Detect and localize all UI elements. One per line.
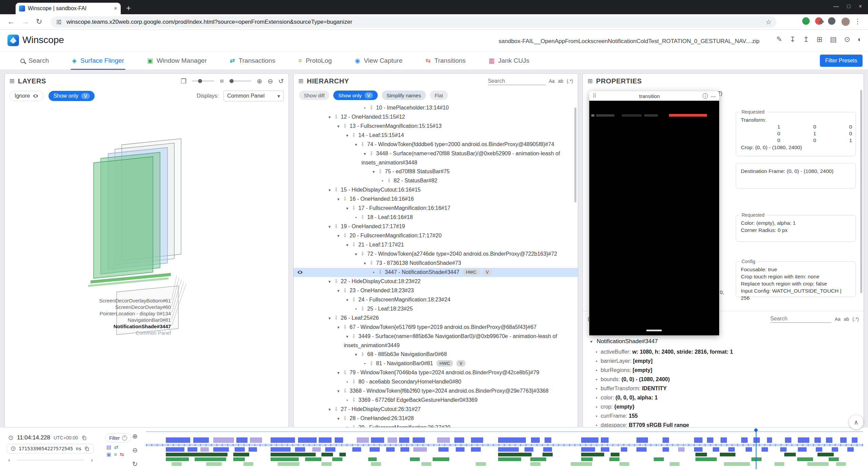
trace-segment[interactable] [321, 453, 333, 456]
pin-icon[interactable] [342, 288, 350, 293]
trace-segment[interactable] [847, 447, 854, 452]
trace-segment[interactable] [601, 437, 609, 443]
pin-icon[interactable] [377, 169, 385, 174]
match-word-icon[interactable]: ab [844, 316, 849, 322]
trace-segment[interactable] [581, 437, 598, 443]
trace-segment[interactable] [438, 447, 449, 452]
trace-segment[interactable] [233, 453, 249, 456]
hierarchy-node[interactable]: ▾22 - HideDisplayCutout:18:23#22 [294, 277, 578, 286]
trace-segment[interactable] [271, 453, 316, 456]
minimize-window-icon[interactable]: — [711, 93, 716, 99]
trace-segment[interactable] [581, 457, 593, 461]
extension-icon-slate[interactable] [828, 17, 835, 25]
trace-segment[interactable] [166, 453, 228, 456]
pin-icon[interactable] [368, 360, 376, 366]
info-icon[interactable]: i [703, 93, 708, 99]
copy-icon[interactable] [81, 435, 87, 441]
hierarchy-node[interactable]: •3369 - 67726bf EdgeBackGestureHandler0#… [294, 396, 578, 405]
tab-jank-cujs[interactable]: ▥Jank CUJs [487, 52, 531, 70]
hierarchy-node[interactable]: ▾27 - HideDisplayCutout:26:31#27 [294, 405, 578, 414]
layers-3d-view[interactable] [5, 103, 289, 427]
trace-segment[interactable] [545, 437, 551, 443]
pin-icon[interactable] [333, 223, 341, 229]
trace-segment[interactable] [498, 437, 526, 443]
hierarchy-node[interactable]: ▾72 - WindowToken{a2746de type=2040 andr… [294, 250, 578, 259]
trace-segment[interactable] [695, 457, 717, 461]
hierarchy-node[interactable]: ▾17 - FullscreenMagnification:16:16#17 [294, 204, 578, 213]
trace-segment[interactable] [233, 457, 245, 461]
pin-icon[interactable] [342, 415, 350, 421]
trace-segment[interactable] [332, 457, 342, 461]
trace-segment[interactable] [636, 447, 647, 452]
trace-segment[interactable] [826, 437, 832, 443]
extensions-puzzle-icon[interactable]: ❖ [818, 18, 825, 26]
trace-segment[interactable] [249, 447, 257, 452]
timestamp-ns-box[interactable]: 1715339054227572545 ns [7, 444, 94, 453]
expand-arrow-icon[interactable]: ▾ [344, 296, 351, 304]
pin-icon[interactable] [351, 297, 358, 302]
trace-segment[interactable] [166, 437, 190, 443]
hierarchy-node[interactable]: ▾75 - ed70f88 StatusBar#75 [294, 167, 578, 176]
expand-arrow-icon[interactable]: ▾ [335, 414, 342, 423]
trace-segment[interactable] [471, 437, 483, 443]
trace-segment[interactable] [454, 437, 465, 443]
trace-segment[interactable] [413, 437, 425, 443]
match-case-icon[interactable]: Aa [549, 78, 555, 84]
pin-icon[interactable] [359, 351, 367, 357]
pin-icon[interactable] [333, 315, 341, 321]
trace-segment[interactable] [780, 447, 787, 452]
hierarchy-search-input[interactable] [488, 77, 546, 85]
trace-segment[interactable] [694, 447, 703, 452]
spacing-slider[interactable] [229, 81, 251, 81]
docs-icon[interactable]: ▤ [830, 35, 837, 43]
expand-arrow-icon[interactable]: ▾ [353, 250, 359, 259]
trace-segment[interactable] [762, 447, 768, 452]
trace-segment[interactable] [753, 437, 760, 443]
trace-segment[interactable] [250, 437, 262, 443]
trace-segment[interactable] [571, 462, 592, 466]
trace-segment[interactable] [531, 437, 539, 443]
3d-view-icon[interactable]: ❒ [181, 77, 186, 85]
trace-segment[interactable] [807, 462, 829, 466]
hierarchy-node[interactable]: ▾20 - FullscreenMagnification:17:17#20 [294, 231, 578, 240]
expand-arrow-icon[interactable]: ▾ [344, 424, 351, 427]
browser-tab[interactable]: Winscope | sandbox-FAI × [16, 3, 121, 14]
property-row[interactable]: •color: (0, 0, 0), alpha: 1 [583, 393, 864, 402]
hierarchy-node[interactable]: ▾68 - 885b63e NavigationBar0#68 [294, 350, 578, 359]
expand-arrow-icon[interactable]: ▾ [335, 369, 342, 377]
trace-segment[interactable] [670, 462, 680, 466]
trace-segment[interactable] [636, 437, 648, 443]
trace-segment[interactable] [371, 437, 384, 443]
trace-segment[interactable] [654, 457, 664, 461]
properties-scrollbar[interactable] [860, 90, 862, 293]
timeline-transactions-icon[interactable]: ⇄ [114, 445, 118, 450]
pin-icon[interactable] [368, 260, 376, 266]
hierarchy-node[interactable]: ▾16 - OneHanded:16:16#16 [294, 195, 578, 204]
trace-segment[interactable] [581, 447, 595, 452]
trace-segment[interactable] [172, 462, 182, 466]
expand-arrow-icon[interactable]: ▾ [344, 131, 351, 140]
layer-label[interactable]: NotificationShade#3447 [99, 323, 171, 330]
pin-icon[interactable] [342, 370, 350, 375]
expand-arrow-icon[interactable]: ▾ [335, 287, 342, 295]
trace-segment[interactable] [741, 437, 748, 443]
trace-segment[interactable] [271, 447, 291, 452]
pin-icon[interactable] [351, 333, 358, 339]
hierarchy-node[interactable]: ▾3448 - Surface(name=ed70f88 StatusBar)/… [294, 149, 578, 167]
hierarchy-node[interactable]: ▾23 - OneHanded:18:23#23 [294, 286, 578, 295]
trace-segment[interactable] [619, 462, 630, 466]
trace-segment[interactable] [335, 437, 343, 443]
trace-segment[interactable] [271, 437, 295, 443]
expand-arrow-icon[interactable]: ▾ [326, 186, 333, 195]
trace-segment[interactable] [399, 437, 409, 443]
trace-segment[interactable] [188, 447, 198, 452]
expand-arrow-icon[interactable]: ▾ [326, 113, 333, 122]
trace-segment[interactable] [713, 447, 719, 452]
pin-icon[interactable] [377, 269, 385, 275]
trace-segment[interactable] [195, 457, 226, 461]
pin-icon[interactable] [333, 114, 341, 120]
trace-segment[interactable] [720, 453, 736, 456]
hierarchy-node[interactable]: ▾19 - OneHanded:17:17#19 [294, 222, 578, 231]
expand-arrow-icon[interactable]: ▾ [335, 387, 342, 396]
trace-segment[interactable] [832, 447, 838, 452]
